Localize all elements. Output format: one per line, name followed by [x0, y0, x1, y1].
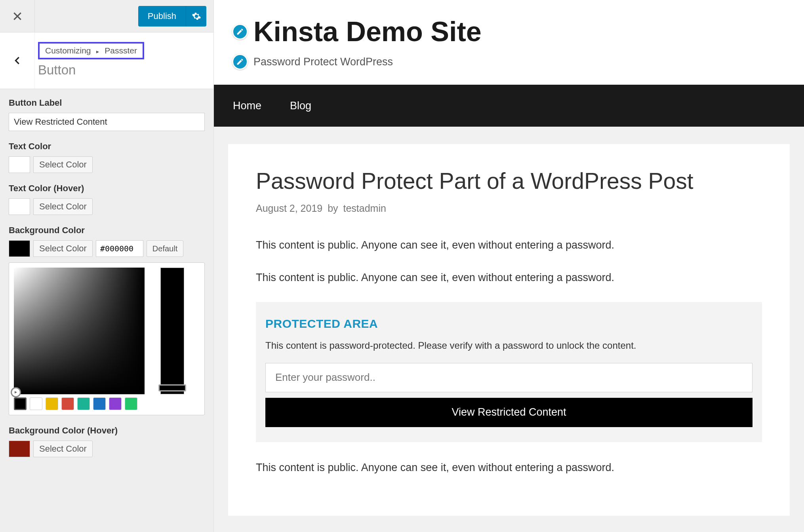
gear-icon — [192, 11, 201, 21]
preview-pane: Kinsta Demo Site Password Protect WordPr… — [214, 0, 804, 532]
post-meta: August 2, 2019 by testadmin — [256, 203, 762, 214]
customizer-body: Button Label Text Color Select Color Tex… — [0, 89, 213, 532]
site-header: Kinsta Demo Site Password Protect WordPr… — [214, 0, 804, 85]
panel-title: Button — [38, 63, 206, 78]
breadcrumb: Customizing ▸ Passster — [45, 46, 137, 55]
site-title[interactable]: Kinsta Demo Site — [253, 16, 482, 48]
pencil-icon — [236, 58, 244, 66]
edit-site-title-button[interactable] — [232, 24, 248, 40]
preset-swatch[interactable] — [61, 397, 74, 410]
select-background-color-button[interactable]: Select Color — [33, 240, 93, 257]
color-picker-handle[interactable] — [11, 387, 21, 397]
breadcrumb-section: Passster — [105, 46, 137, 55]
color-picker-saturation[interactable] — [14, 268, 145, 394]
default-background-color-button[interactable]: Default — [147, 240, 183, 257]
field-background-color: Background Color Select Color Default — [9, 225, 205, 415]
picker-handle-icon — [14, 390, 18, 394]
field-background-color-hover: Background Color (Hover) Select Color — [9, 426, 205, 457]
preset-swatch[interactable] — [93, 397, 106, 410]
post-paragraph: This content is public. Anyone can see i… — [256, 270, 762, 286]
label-background-color: Background Color — [9, 225, 205, 236]
field-button-label: Button Label — [9, 98, 205, 131]
chevron-left-icon — [13, 53, 22, 68]
input-button-label[interactable] — [9, 113, 205, 131]
label-text-color-hover: Text Color (Hover) — [9, 183, 205, 194]
post-by-label: by — [328, 203, 338, 214]
swatch-background-color[interactable] — [9, 240, 30, 257]
customizer-header: Customizing ▸ Passster Button — [0, 32, 213, 89]
preset-swatch[interactable] — [14, 397, 27, 410]
protected-area: PROTECTED AREA This content is password-… — [256, 302, 762, 442]
field-text-color: Text Color Select Color — [9, 141, 205, 173]
nav-item-home[interactable]: Home — [233, 100, 261, 112]
back-button[interactable] — [0, 32, 35, 89]
protected-message: This content is password-protected. Plea… — [265, 340, 753, 351]
color-picker-presets — [14, 397, 145, 410]
svg-marker-0 — [15, 391, 17, 393]
site-tagline: Password Protect WordPress — [253, 56, 393, 68]
hex-background-color[interactable] — [96, 240, 143, 257]
customizer-panel: Publish Customizing ▸ Passster Button Bu… — [0, 0, 214, 532]
color-picker — [9, 262, 205, 415]
close-customizer-button[interactable] — [0, 0, 35, 32]
color-picker-hue-strip[interactable] — [160, 268, 184, 394]
select-text-color-button[interactable]: Select Color — [33, 156, 93, 173]
breadcrumb-highlight: Customizing ▸ Passster — [38, 42, 144, 59]
select-background-color-hover-button[interactable]: Select Color — [33, 441, 93, 457]
publish-settings-button[interactable] — [186, 6, 206, 27]
swatch-background-color-hover[interactable] — [9, 441, 30, 457]
hue-strip-handle[interactable] — [158, 384, 186, 391]
select-text-color-hover-button[interactable]: Select Color — [33, 198, 93, 215]
preset-swatch[interactable] — [109, 397, 122, 410]
swatch-text-color-hover[interactable] — [9, 198, 30, 215]
protected-heading: PROTECTED AREA — [265, 317, 753, 331]
preset-swatch[interactable] — [125, 397, 137, 410]
pencil-icon — [236, 28, 244, 36]
close-icon — [12, 11, 23, 21]
preset-swatch[interactable] — [77, 397, 90, 410]
preset-swatch[interactable] — [46, 397, 58, 410]
customizer-topbar: Publish — [0, 0, 213, 32]
post-author[interactable]: testadmin — [343, 203, 386, 214]
post: Password Protect Part of a WordPress Pos… — [228, 144, 790, 516]
password-input[interactable] — [265, 363, 753, 392]
post-paragraph: This content is public. Anyone can see i… — [256, 237, 762, 254]
breadcrumb-root: Customizing — [45, 46, 91, 55]
publish-button[interactable]: Publish — [138, 6, 186, 27]
post-title: Password Protect Part of a WordPress Pos… — [256, 168, 762, 194]
label-text-color: Text Color — [9, 141, 205, 152]
breadcrumb-separator: ▸ — [96, 48, 99, 55]
label-button-label: Button Label — [9, 98, 205, 108]
nav-item-blog[interactable]: Blog — [290, 100, 311, 112]
label-background-color-hover: Background Color (Hover) — [9, 426, 205, 436]
edit-site-tagline-button[interactable] — [232, 54, 248, 70]
preset-swatch[interactable] — [30, 397, 42, 410]
field-text-color-hover: Text Color (Hover) Select Color — [9, 183, 205, 215]
post-date: August 2, 2019 — [256, 203, 322, 214]
view-restricted-content-button[interactable]: View Restricted Content — [265, 398, 753, 427]
site-nav: Home Blog — [214, 85, 804, 127]
post-paragraph: This content is public. Anyone can see i… — [256, 460, 762, 476]
swatch-text-color[interactable] — [9, 156, 30, 173]
